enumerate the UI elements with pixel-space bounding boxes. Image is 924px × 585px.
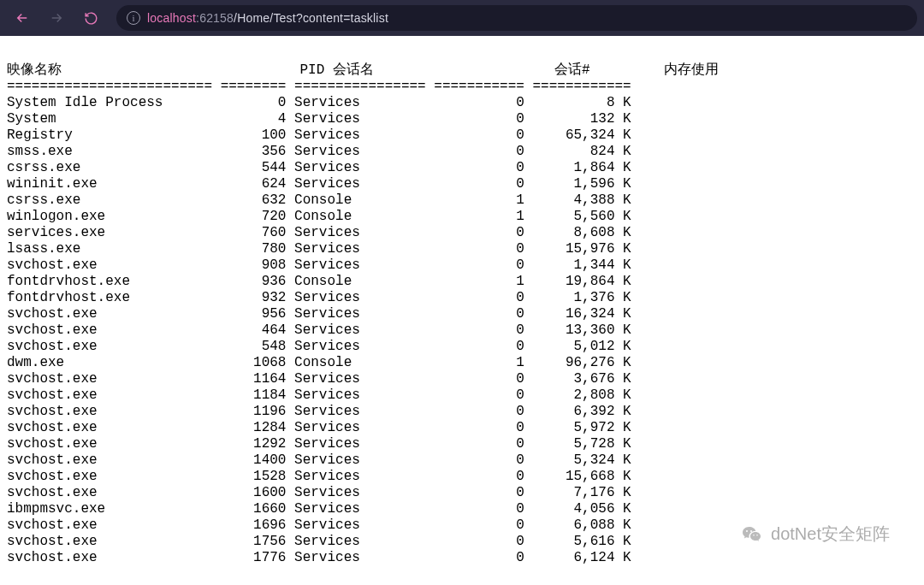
back-button[interactable] — [7, 3, 38, 33]
wechat-icon — [740, 524, 764, 545]
url-port: :62158 — [196, 11, 234, 25]
reload-button[interactable] — [75, 3, 106, 33]
url-host: localhost — [147, 11, 196, 25]
url-text: localhost:62158/Home/Test?content=taskli… — [147, 11, 388, 25]
arrow-right-icon — [49, 10, 64, 26]
reload-icon — [84, 11, 98, 26]
watermark: dotNet安全矩阵 — [740, 523, 890, 546]
arrow-left-icon — [15, 10, 30, 26]
browser-toolbar: i localhost:62158/Home/Test?content=task… — [0, 0, 924, 36]
address-bar[interactable]: i localhost:62158/Home/Test?content=task… — [116, 5, 917, 31]
site-info-icon[interactable]: i — [127, 11, 140, 25]
url-path: /Home/Test?content=tasklist — [234, 11, 388, 25]
forward-button[interactable] — [41, 3, 72, 33]
tasklist-output: 映像名称 PID 会话名 会话# 内存使用 ==================… — [0, 36, 924, 585]
watermark-text: dotNet安全矩阵 — [771, 523, 890, 546]
